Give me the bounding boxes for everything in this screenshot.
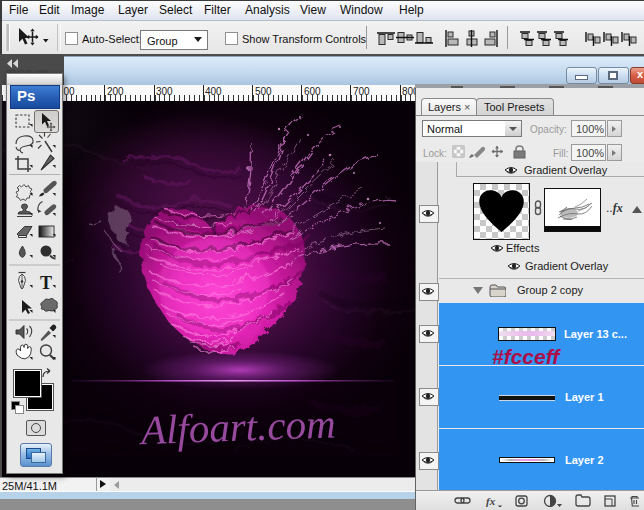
svg-text:fx: fx bbox=[486, 495, 496, 507]
svg-text:Alfoart.com: Alfoart.com bbox=[137, 400, 336, 453]
svg-text:T: T bbox=[40, 273, 52, 293]
